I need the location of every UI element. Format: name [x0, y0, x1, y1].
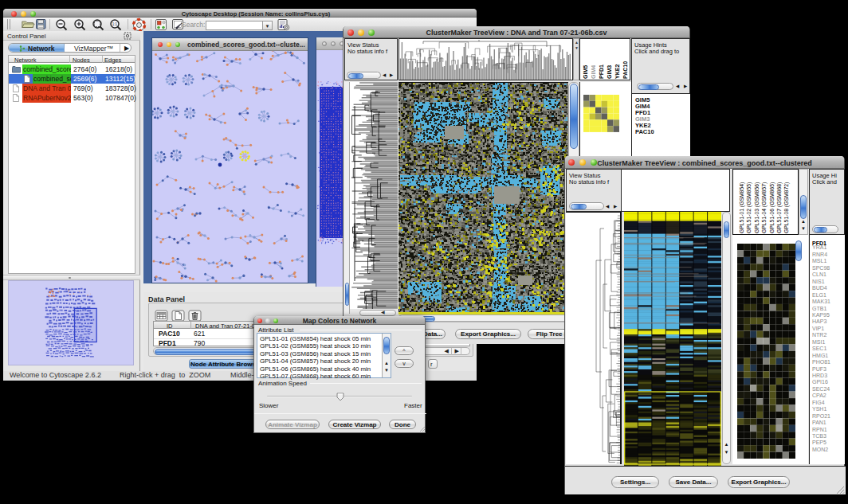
svg-text:Search:: Search: — [182, 21, 205, 29]
svg-text:GIM3: GIM3 — [607, 65, 612, 79]
svg-text:GPL51-08 (GSM872): GPL51-08 (GSM872) — [783, 182, 790, 233]
svg-text:PFD1: PFD1 — [599, 64, 604, 79]
svg-text:GPL51-06 (GSM865): GPL51-06 (GSM865) — [769, 182, 775, 233]
svg-text:GIM4: GIM4 — [591, 65, 596, 79]
svg-text:1:1: 1:1 — [112, 22, 118, 26]
svg-text:GPL51-03 (GSM856): GPL51-03 (GSM856) — [754, 182, 760, 233]
svg-text:PAC10: PAC10 — [622, 61, 628, 79]
svg-text:GIM5: GIM5 — [583, 65, 588, 79]
svg-text:YKE2: YKE2 — [614, 64, 620, 79]
svg-text:GPL51-02 (GSM855): GPL51-02 (GSM855) — [746, 182, 752, 233]
svg-text:GPL51-07 (GSM868): GPL51-07 (GSM868) — [776, 182, 783, 233]
svg-text:GPL51-01 (GSM854): GPL51-01 (GSM854) — [739, 182, 745, 233]
svg-text:GPL51-04 (GSM857): GPL51-04 (GSM857) — [761, 182, 768, 233]
